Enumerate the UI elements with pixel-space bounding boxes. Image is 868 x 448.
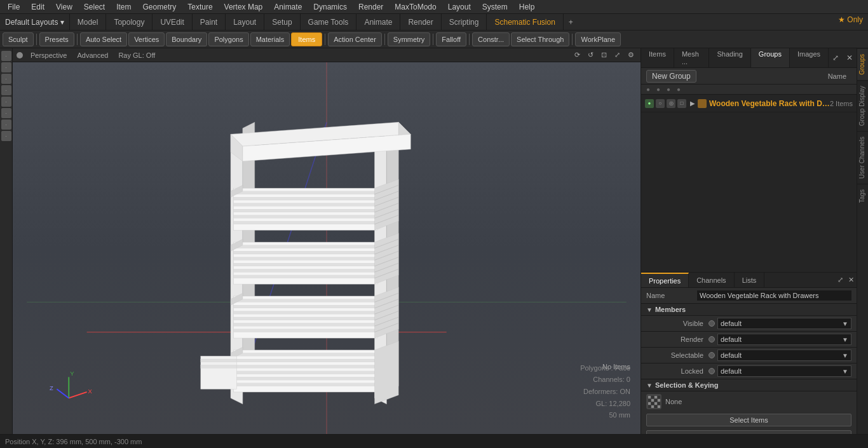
sk-cell-8 [658, 399, 660, 402]
svg-rect-45 [234, 317, 377, 320]
group-expander[interactable]: ▶ [690, 100, 695, 107]
tab-render[interactable]: Render [400, 14, 441, 30]
render-icon[interactable]: ○ [656, 99, 665, 108]
select-items-button[interactable]: Select Items [646, 414, 851, 426]
settings-icon[interactable]: ✕ [843, 52, 857, 64]
tab-animate[interactable]: Animate [356, 14, 400, 30]
viewport-dot-1[interactable] [17, 52, 23, 58]
tab-shading[interactable]: Shading [709, 48, 750, 67]
menu-maxtomodo[interactable]: MaxToModo [390, 1, 441, 13]
vtab-group-display[interactable]: Group Display [857, 80, 868, 131]
menu-layout[interactable]: Layout [443, 1, 476, 13]
materials-button[interactable]: Materials [250, 32, 290, 46]
solo-icon[interactable]: ◎ [667, 99, 675, 108]
menu-system[interactable]: System [477, 1, 513, 13]
visible-dropdown[interactable]: default ▼ [717, 318, 851, 329]
auto-select-button[interactable]: Auto Select [80, 32, 127, 46]
menu-help[interactable]: Help [514, 1, 540, 13]
tab-scripting[interactable]: Scripting [442, 14, 487, 30]
menu-view[interactable]: View [51, 1, 78, 13]
menu-edit[interactable]: Edit [26, 1, 50, 13]
menu-dynamics[interactable]: Dynamics [308, 1, 352, 13]
left-icon-1[interactable]: · [1, 51, 11, 61]
symmetry-button[interactable]: Symmetry [388, 32, 431, 46]
left-icon-6[interactable]: · [1, 108, 11, 118]
viewport-icon-settings[interactable]: ⚙ [625, 51, 637, 59]
tab-paint[interactable]: Paint [193, 14, 226, 30]
viewport-icon-expand[interactable]: ⤢ [612, 51, 623, 59]
menu-animate[interactable]: Animate [269, 1, 307, 13]
viewport-3d[interactable]: X Y Z No Items Polygons : Face Channels:… [13, 62, 641, 434]
select-items-row: Select Items [641, 412, 857, 428]
menu-vertex-map[interactable]: Vertex Map [219, 1, 268, 13]
menu-geometry[interactable]: Geometry [138, 1, 182, 13]
select-channels-button[interactable]: Select Channels [646, 430, 851, 434]
render-dropdown[interactable]: default ▼ [717, 334, 851, 345]
tab-layout[interactable]: Layout [226, 14, 264, 30]
locked-dropdown[interactable]: default ▼ [717, 365, 851, 377]
tab-uvedit[interactable]: UVEdit [153, 14, 192, 30]
falloff-button[interactable]: Falloff [436, 32, 466, 46]
vtab-groups[interactable]: Groups [857, 48, 868, 80]
members-section-header[interactable]: ▼ Members [641, 304, 857, 316]
left-icon-5[interactable]: · [1, 97, 11, 107]
select-through-button[interactable]: Select Through [511, 32, 569, 46]
left-icon-2[interactable]: · [1, 62, 11, 72]
selectable-dropdown[interactable]: default ▼ [717, 350, 851, 361]
left-icon-3[interactable]: · [1, 74, 11, 84]
viewport-icon-reset[interactable]: ↺ [585, 51, 596, 59]
separator-6 [469, 34, 470, 45]
vtab-tags[interactable]: Tags [857, 184, 868, 208]
tab-items[interactable]: Items [641, 48, 674, 67]
boundary-button[interactable]: Boundary [166, 32, 207, 46]
menu-render[interactable]: Render [353, 1, 388, 13]
items-button[interactable]: Items [291, 32, 322, 46]
vertices-button[interactable]: Vertices [128, 32, 165, 46]
tab-game-tools[interactable]: Game Tools [301, 14, 357, 30]
expand-icon[interactable]: ⤢ [829, 52, 843, 64]
tab-model[interactable]: Model [70, 14, 107, 30]
vtab-user-channels[interactable]: User Channels [857, 131, 868, 184]
eye-icon[interactable]: ● [645, 99, 654, 108]
name-field-input[interactable] [697, 290, 851, 301]
polygons-button[interactable]: Polygons [208, 32, 248, 46]
new-group-button[interactable]: New Group [646, 70, 696, 83]
menu-texture[interactable]: Texture [182, 1, 217, 13]
left-icon-4[interactable]: · [1, 85, 11, 95]
layout-dropdown[interactable]: Default Layouts ▾ [0, 14, 70, 30]
viewport-icon-frame[interactable]: ⊡ [599, 51, 609, 59]
sculpt-button[interactable]: Sculpt [3, 32, 34, 46]
left-icon-8[interactable]: · [1, 131, 11, 141]
col-lock: ● [667, 86, 677, 93]
viewport-icon-rotate[interactable]: ⟳ [572, 51, 583, 59]
stat-mm: 50 mm [580, 409, 630, 421]
svg-rect-47 [234, 329, 377, 332]
presets-button[interactable]: Presets [39, 32, 74, 46]
menu-select[interactable]: Select [79, 1, 110, 13]
prop-tab-channels[interactable]: Channels [689, 273, 734, 287]
tab-topology[interactable]: Topology [106, 14, 153, 30]
sk-cell-14 [651, 405, 654, 408]
prop-tab-properties[interactable]: Properties [641, 273, 689, 287]
lock-icon[interactable]: □ [677, 99, 686, 108]
layout-add-button[interactable]: + [564, 14, 578, 30]
viewport-ray-gl[interactable]: Ray GL: Off [116, 51, 158, 59]
work-plane-button[interactable]: WorkPlane [575, 32, 621, 46]
action-center-button[interactable]: Action Center [328, 32, 382, 46]
left-icon-7[interactable]: · [1, 119, 11, 130]
prop-expand-icon[interactable]: ⤢ [835, 275, 846, 285]
tab-groups[interactable]: Groups [751, 48, 790, 67]
prop-tab-lists[interactable]: Lists [735, 273, 765, 287]
viewport-perspective[interactable]: Perspective [28, 51, 69, 59]
prop-close-icon[interactable]: ✕ [846, 275, 857, 285]
menu-item[interactable]: Item [111, 1, 136, 13]
menu-file[interactable]: File [3, 1, 25, 13]
tab-schematic-fusion[interactable]: Schematic Fusion [487, 14, 563, 30]
group-list-item[interactable]: ● ○ ◎ □ ▶ Wooden Vegetable Rack with Dr … [641, 95, 857, 112]
sk-section-header[interactable]: ▼ Selection & Keying [641, 379, 857, 391]
tab-images[interactable]: Images [790, 48, 829, 67]
tab-setup[interactable]: Setup [264, 14, 300, 30]
viewport-advanced[interactable]: Advanced [74, 51, 111, 59]
constraints-button[interactable]: Constr... [472, 32, 510, 46]
tab-mesh[interactable]: Mesh ... [674, 48, 710, 67]
